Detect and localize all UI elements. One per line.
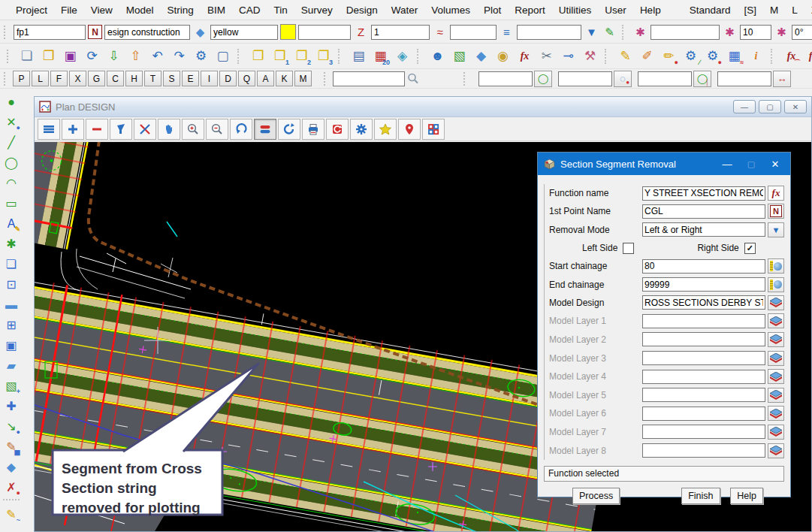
toolbar-grip[interactable] bbox=[463, 72, 469, 86]
cad-delete-icon[interactable]: ✗ ● bbox=[2, 479, 20, 497]
model-layer-input[interactable] bbox=[642, 407, 765, 421]
plot-frames-icon[interactable]: ▤ bbox=[349, 47, 368, 65]
snap-diameter-field[interactable] bbox=[638, 71, 692, 86]
close-button[interactable]: ✕ bbox=[784, 100, 807, 113]
cad-text-icon[interactable]: A ✎ bbox=[2, 215, 20, 233]
cad-function-input[interactable] bbox=[14, 25, 86, 40]
zoom-reduce-button[interactable] bbox=[206, 119, 228, 140]
minimize-button[interactable]: — bbox=[733, 100, 756, 113]
clipped-tool-icon[interactable]: ▭ bbox=[2, 526, 20, 532]
model-layer-pick-button[interactable] bbox=[768, 332, 784, 347]
open-project-icon[interactable]: ❐ bbox=[39, 47, 58, 65]
snap-letter-button[interactable]: S bbox=[163, 71, 180, 86]
model-layer-pick-button[interactable] bbox=[768, 351, 784, 366]
survey-menu[interactable]: Survey bbox=[294, 5, 340, 16]
tin-menu[interactable]: Tin bbox=[267, 5, 294, 16]
start-chainage-pick-button[interactable] bbox=[768, 258, 784, 274]
weight-input[interactable] bbox=[517, 25, 581, 40]
regenerate-button[interactable] bbox=[326, 119, 349, 140]
plan-window-titlebar[interactable]: Plan DESIGN — ▢ ✕ bbox=[35, 97, 811, 117]
cut-section-icon[interactable]: ✂ bbox=[537, 47, 556, 65]
water-menu[interactable]: Water bbox=[385, 5, 425, 16]
design-menu[interactable]: Design bbox=[340, 5, 385, 16]
symbol-size-input[interactable] bbox=[740, 25, 771, 40]
model-layer-input[interactable] bbox=[642, 370, 765, 384]
volumes-menu[interactable]: Volumes bbox=[424, 5, 477, 16]
line-weight-icon[interactable]: ≡ bbox=[499, 24, 515, 40]
new-document-icon[interactable]: ❏ bbox=[17, 47, 36, 65]
cad-edit-colour-icon[interactable]: ✎ ▦ bbox=[2, 438, 20, 456]
snap-letter-button[interactable]: A bbox=[257, 71, 274, 86]
start-chainage-input[interactable] bbox=[642, 259, 765, 274]
dialog-titlebar[interactable]: Section Segment Removal — ▢ ✕ bbox=[538, 153, 790, 175]
cad-polygon-fill-icon[interactable]: ▰ bbox=[2, 357, 20, 375]
gear-point-icon[interactable]: ⚙ ● bbox=[703, 47, 722, 65]
view-image-icon[interactable]: ▧ bbox=[450, 47, 469, 65]
measure-width-field[interactable] bbox=[717, 71, 771, 86]
toolbar-grip[interactable] bbox=[4, 26, 9, 39]
model-layer-pick-button[interactable] bbox=[768, 443, 784, 458]
cad-arc-icon[interactable]: ◠ bbox=[2, 174, 20, 192]
snap-button[interactable]: ↔ bbox=[773, 71, 791, 87]
cad-move-icon[interactable]: ✚ bbox=[2, 397, 20, 416]
snap-letter-button[interactable]: E bbox=[182, 71, 199, 86]
report-menu[interactable]: Report bbox=[508, 5, 552, 16]
snap-letter-button[interactable]: T bbox=[144, 71, 161, 86]
file-menu[interactable]: File bbox=[54, 5, 84, 16]
z-height-icon[interactable]: Z bbox=[353, 24, 369, 40]
cad-linestyle-input[interactable] bbox=[298, 25, 351, 40]
plot-menu[interactable]: Plot bbox=[477, 5, 508, 16]
snap-letter-button[interactable]: G bbox=[88, 71, 105, 86]
cad-point-icon[interactable]: ● bbox=[2, 93, 20, 111]
snap-button[interactable]: ◯ bbox=[534, 71, 552, 87]
model-layer-pick-button[interactable] bbox=[768, 313, 784, 328]
model-menu[interactable]: Model bbox=[119, 5, 161, 16]
export-icon[interactable]: ⇧ bbox=[126, 47, 145, 65]
end-chainage-pick-button[interactable] bbox=[768, 277, 784, 292]
interactive-edit-icon[interactable]: i bbox=[747, 47, 765, 65]
cad-colour-input[interactable] bbox=[210, 25, 278, 40]
pan-hand-button[interactable] bbox=[158, 119, 180, 140]
name-n-icon[interactable]: N bbox=[88, 25, 102, 39]
zoom-in-button[interactable] bbox=[62, 119, 84, 140]
symbol-style-icon[interactable]: ✱ bbox=[632, 24, 648, 40]
snap-letter-button[interactable]: M bbox=[294, 71, 312, 86]
restore-button[interactable]: ▢ bbox=[759, 100, 781, 113]
view-menu-button[interactable] bbox=[38, 119, 60, 140]
search-input[interactable] bbox=[333, 71, 405, 86]
import-icon[interactable]: ⇩ bbox=[104, 47, 123, 65]
user-profile-icon[interactable]: ☻ bbox=[428, 47, 447, 65]
cad-point-xyz-icon[interactable]: ✕ ● bbox=[2, 113, 20, 131]
model-layer-pick-button[interactable] bbox=[768, 388, 784, 403]
share-layers-icon[interactable]: ◆ bbox=[472, 47, 491, 65]
string-menu[interactable]: String bbox=[161, 5, 201, 16]
removal-mode-input[interactable] bbox=[642, 222, 765, 237]
view-cone-button[interactable] bbox=[110, 119, 132, 140]
window-arrange-button[interactable] bbox=[422, 119, 445, 140]
folder-2-icon[interactable]: ❐ 2 bbox=[292, 47, 311, 65]
edit-string-icon[interactable]: ✎ bbox=[616, 47, 635, 65]
cad-name-input[interactable] bbox=[104, 25, 190, 40]
m-menu[interactable]: M bbox=[763, 5, 785, 16]
cad-region-icon[interactable]: ▣ bbox=[2, 337, 20, 355]
z-value-input[interactable] bbox=[371, 25, 430, 40]
snap-button[interactable]: ◌ ● bbox=[614, 71, 632, 87]
dropdown-icon[interactable]: ▼ bbox=[584, 24, 599, 40]
cad-copy-icon[interactable]: ❏ bbox=[2, 255, 20, 274]
dialog-close-button[interactable]: ✕ bbox=[763, 154, 787, 174]
label-tag-icon[interactable]: ◈ bbox=[393, 47, 412, 65]
model-layer-input[interactable] bbox=[642, 425, 765, 439]
dialog-minimize-button[interactable]: — bbox=[715, 154, 739, 174]
link-plot-icon[interactable]: ⊸ bbox=[559, 47, 578, 65]
project-menu[interactable]: Project bbox=[9, 5, 54, 16]
snap-letter-button[interactable]: K bbox=[276, 71, 293, 86]
cad-fillet-icon[interactable]: ▬ bbox=[2, 296, 20, 314]
model-layer-input[interactable] bbox=[642, 351, 765, 365]
cad-symbol-icon[interactable]: ✱ bbox=[2, 235, 20, 253]
process-button[interactable]: Process bbox=[572, 488, 620, 504]
model-layer-input[interactable] bbox=[642, 443, 765, 458]
model-design-input[interactable] bbox=[642, 295, 765, 310]
utilities-menu[interactable]: Utilities bbox=[552, 5, 599, 16]
fx-favourites-icon[interactable]: fx ⌒ bbox=[782, 47, 801, 65]
edit-super-icon[interactable]: ✐ bbox=[638, 47, 657, 65]
